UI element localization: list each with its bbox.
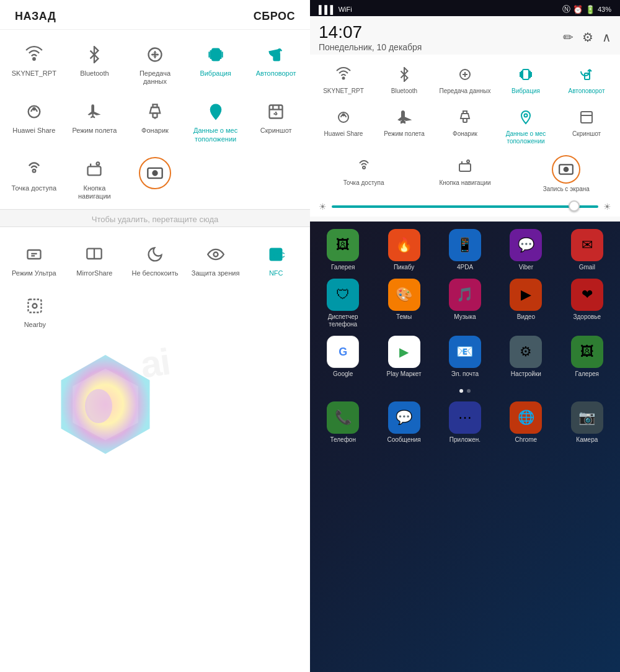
r2-flashlight-label: Фонарик bbox=[453, 130, 477, 138]
app-4pda[interactable]: 📱 4PDA bbox=[437, 229, 493, 271]
tile-location[interactable]: Данные о мес тоположении bbox=[187, 94, 245, 146]
wifi-status-icon: WiFi bbox=[339, 6, 352, 13]
tile-nearby[interactable]: Nearby bbox=[5, 289, 65, 333]
brightness-track[interactable] bbox=[332, 205, 598, 208]
dock-messages[interactable]: 💬 Сообщения bbox=[376, 401, 432, 444]
svg-rect-22 bbox=[88, 166, 101, 175]
svg-point-16 bbox=[214, 108, 218, 112]
settings-notif-icon[interactable]: ⚙ bbox=[582, 30, 593, 45]
tile-dnd-label: Не беспокоить bbox=[132, 269, 179, 277]
app-pikabu-icon: 🔥 bbox=[388, 229, 420, 261]
svg-point-32 bbox=[213, 253, 218, 257]
app-email-icon: 📧 bbox=[449, 336, 481, 368]
edit-icon[interactable]: ✏ bbox=[563, 30, 574, 45]
right-tile-bluetooth[interactable]: Bluetooth bbox=[374, 60, 434, 97]
right-tile-wifi[interactable]: SKYNET_RPT bbox=[314, 60, 373, 97]
svg-point-21 bbox=[32, 169, 35, 172]
brightness-high-icon: ☀ bbox=[603, 202, 611, 212]
tile-nfc[interactable]: NFC NFC bbox=[247, 237, 305, 281]
divider-text: Чтобы удалить, перетащите сюда bbox=[0, 209, 310, 227]
svg-rect-56 bbox=[459, 164, 471, 171]
dock-camera[interactable]: 📷 Камера bbox=[559, 401, 615, 444]
tile-data-label: Передача данных bbox=[128, 69, 182, 86]
svg-point-40 bbox=[343, 78, 345, 79]
tile-airplane[interactable]: Режим полета bbox=[66, 94, 124, 146]
right-tile-huawei-share[interactable]: Huawei Share bbox=[314, 102, 373, 148]
right-tile-airplane[interactable]: Режим полета bbox=[374, 102, 434, 148]
tile-eye-protect-label: Защита зрения bbox=[192, 269, 240, 277]
dock-camera-icon: 📷 bbox=[571, 401, 603, 434]
tile-bluetooth[interactable]: Bluetooth bbox=[66, 37, 124, 89]
svg-text:NFC: NFC bbox=[272, 251, 285, 259]
tile-dnd[interactable]: Не беспокоить bbox=[126, 237, 184, 281]
right-tile-navbutton[interactable]: Кнопка навигации bbox=[415, 151, 515, 195]
tile-wifi[interactable]: SKYNET_RPT bbox=[5, 37, 63, 89]
tile-screenshot[interactable]: Скриншот bbox=[247, 94, 305, 146]
right-tile-data[interactable]: Передача данных bbox=[435, 60, 495, 97]
app-gallery2[interactable]: 🖼 Галерея bbox=[559, 336, 615, 378]
app-pikabu-label: Пикабу bbox=[394, 264, 414, 271]
battery-pct: 43% bbox=[598, 6, 611, 13]
svg-point-49 bbox=[343, 114, 345, 116]
right-tile-screenrecord[interactable]: Запись с экрана bbox=[516, 151, 616, 195]
app-4pda-label: 4PDA bbox=[457, 264, 473, 271]
app-gallery[interactable]: 🖼 Галерея bbox=[315, 229, 371, 271]
tile-ultra-mode[interactable]: Режим Ультра bbox=[5, 237, 63, 281]
app-viber[interactable]: 💬 Viber bbox=[498, 229, 554, 271]
app-video[interactable]: ▶ Видео bbox=[498, 279, 554, 328]
dock-apps[interactable]: ⋯ Приложен. bbox=[437, 401, 493, 444]
dock-chrome[interactable]: 🌐 Chrome bbox=[498, 401, 554, 444]
left-tiles-row1: SKYNET_RPT Bluetooth ① Передача данных bbox=[0, 30, 310, 94]
tile-huawei-share[interactable]: Huawei Share bbox=[5, 94, 63, 146]
right-tile-vibration[interactable]: Вибрация bbox=[496, 60, 556, 97]
tile-autorotate[interactable]: Автоповорот bbox=[247, 37, 305, 89]
app-dispatcher[interactable]: 🛡 Диспетчер телефона bbox=[315, 279, 371, 328]
nfc-status-icon: Ⓝ bbox=[562, 4, 570, 15]
tile-bluetooth-label: Bluetooth bbox=[80, 69, 108, 78]
app-google[interactable]: G Google bbox=[315, 336, 371, 378]
svg-rect-35 bbox=[29, 300, 42, 313]
r2-airplane-label: Режим полета bbox=[384, 130, 424, 138]
tile-vibration[interactable]: Вибрация bbox=[187, 37, 245, 89]
app-gallery2-label: Галерея bbox=[575, 370, 599, 378]
right-tile-hotspot-label: Точка доступа bbox=[343, 179, 384, 187]
svg-rect-51 bbox=[463, 119, 467, 122]
svg-rect-14 bbox=[153, 114, 157, 118]
app-google-icon: G bbox=[327, 336, 359, 368]
dock-phone[interactable]: 📞 Телефон bbox=[315, 401, 371, 444]
tile-flashlight[interactable]: Фонарик bbox=[126, 94, 184, 146]
tile-data[interactable]: ① Передача данных bbox=[126, 37, 184, 89]
back-button[interactable]: НАЗАД bbox=[15, 10, 56, 23]
right-tile-hotspot[interactable]: Точка доступа bbox=[314, 151, 414, 195]
reset-button[interactable]: СБРОС bbox=[254, 10, 295, 23]
app-playstore-label: Play Маркет bbox=[387, 370, 422, 378]
app-playstore[interactable]: ▶ Play Маркет bbox=[376, 336, 432, 378]
app-health[interactable]: ❤ Здоровье bbox=[559, 279, 615, 328]
app-gallery-icon: 🖼 bbox=[327, 229, 359, 261]
tile-hotspot-label: Точка доступа bbox=[12, 184, 56, 192]
tile-mirrorshare[interactable]: MirrorShare bbox=[66, 237, 124, 281]
collapse-icon[interactable]: ∧ bbox=[602, 30, 611, 45]
left-panel: НАЗАД СБРОС SKYNET_RPT Bluetooth ① Перед… bbox=[0, 0, 310, 672]
tile-hotspot[interactable]: Точка доступа bbox=[5, 152, 63, 204]
app-email[interactable]: 📧 Эл. почта bbox=[437, 336, 493, 378]
svg-text:①: ① bbox=[152, 51, 158, 58]
svg-point-36 bbox=[33, 304, 37, 308]
screenrecord-highlight-circle bbox=[139, 157, 171, 189]
app-settings[interactable]: ⚙ Настройки bbox=[498, 336, 554, 378]
right-tile-autorotate[interactable]: Автоповорот bbox=[557, 60, 616, 97]
app-music[interactable]: 🎵 Музыка bbox=[437, 279, 493, 328]
app-gmail[interactable]: ✉ Gmail bbox=[559, 229, 615, 271]
tile-ultra-mode-label: Режим Ультра bbox=[12, 269, 56, 277]
tile-navbutton[interactable]: Кнопка навигации bbox=[66, 152, 124, 204]
r2-screenshot-label: Скриншот bbox=[572, 130, 601, 138]
app-themes[interactable]: 🎨 Темы bbox=[376, 279, 432, 328]
app-pikabu[interactable]: 🔥 Пикабу bbox=[376, 229, 432, 271]
tile-eye-protect[interactable]: Защита зрения bbox=[187, 237, 245, 281]
right-tile-location[interactable]: Данные о мес тоположении bbox=[496, 102, 556, 148]
right-tile-screenshot[interactable]: Скриншот bbox=[557, 102, 616, 148]
dock-chrome-icon: 🌐 bbox=[510, 401, 542, 434]
left-tiles-row3: Точка доступа Кнопка навигации bbox=[0, 152, 310, 209]
right-tile-flashlight[interactable]: Фонарик bbox=[435, 102, 495, 148]
tile-screenrecord[interactable] bbox=[126, 152, 184, 204]
